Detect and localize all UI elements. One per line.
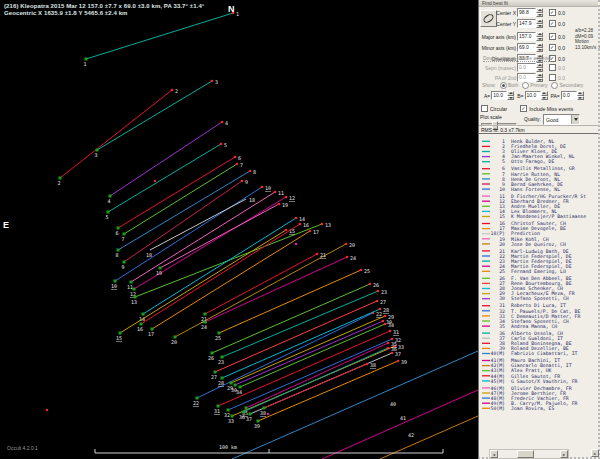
chord-end-marker — [285, 196, 288, 199]
chord-line-8 — [118, 171, 250, 250]
horizontal-scrollbar[interactable]: ◂ ▸ — [489, 449, 569, 459]
spin-down-icon[interactable] — [507, 96, 514, 101]
observer-number: 15 — [499, 214, 505, 219]
chord-end-marker — [366, 363, 369, 366]
scroll-left-icon[interactable]: ◂ — [490, 450, 498, 458]
chord-end-marker — [274, 191, 277, 194]
pa-label: PA= — [551, 93, 560, 99]
spin-down-icon[interactable] — [536, 37, 543, 42]
chord-start-label: 2 — [57, 180, 60, 186]
observer-number: 30 — [499, 296, 505, 301]
sepn-masec-checkbox[interactable] — [549, 64, 556, 71]
stray-marker-dot — [154, 180, 156, 182]
chevron-down-icon[interactable] — [571, 115, 579, 124]
observer-number: 25 — [499, 269, 505, 274]
major-axis-km-label: Major axis (km) — [480, 34, 516, 40]
center-y-lock-checkbox[interactable] — [549, 20, 556, 27]
a-input[interactable]: 10.0 — [491, 91, 507, 100]
observer-row[interactable]: Fernand Emering, LU — [511, 269, 566, 275]
include-miss-checkbox[interactable] — [520, 105, 527, 112]
offset-value: 0.0 — [558, 56, 565, 62]
chord-end-label: 13 — [325, 222, 331, 228]
show-radio-group: Show:BothPrimarySecondary — [482, 82, 583, 89]
major-axis-km-spinner[interactable] — [536, 32, 543, 41]
chord-end-marker — [211, 80, 214, 83]
center-y-label: Center Y — [480, 21, 516, 27]
pa-of-2nd-spinner[interactable] — [536, 73, 543, 82]
chord-end-label: 11 — [278, 190, 284, 196]
spin-down-icon[interactable] — [536, 48, 543, 53]
sepn-masec-spinner[interactable] — [536, 63, 543, 72]
radio-primary[interactable] — [522, 82, 529, 89]
fit-field-row-center-y: Center Y147.90.0 — [480, 19, 600, 28]
app-version-label: Occult 4.2.0.1 — [7, 445, 38, 451]
center-x-spinner[interactable] — [536, 8, 543, 17]
chord-start-label: 4 — [107, 198, 110, 204]
observer-number: 40(M) — [491, 351, 505, 356]
a-spinner[interactable] — [507, 91, 514, 100]
panel-corner-button[interactable]: ▸ — [591, 449, 599, 457]
b-spinner[interactable] — [541, 91, 548, 100]
chord-end-marker — [379, 308, 382, 311]
quality-dropdown[interactable]: Good — [543, 114, 580, 125]
b-input[interactable]: 10.0 — [525, 91, 541, 100]
spin-down-icon[interactable] — [541, 96, 548, 101]
motion-value: 13.10km/s ↗ — [575, 45, 600, 51]
chord-end-marker — [171, 89, 174, 92]
chord-end-marker — [261, 186, 264, 189]
observer-row[interactable]: K Mondeneijer/P Bastiaanse — [511, 214, 586, 219]
geocentric-coordinates: Geocentric X 1635.9 ±1.8 Y 5465.6 ±2.4 k… — [4, 10, 128, 16]
observer-row[interactable]: Joan Rovira, ES — [511, 406, 554, 411]
observer-row[interactable]: Hans Fortense, NL — [511, 187, 560, 192]
chord-line-1 — [86, 13, 233, 59]
center-y-input[interactable]: 147.9 — [517, 19, 536, 28]
chord-end-label: 39 — [401, 359, 407, 365]
offset-value: 0.0 — [558, 10, 565, 16]
radio-both[interactable] — [500, 82, 507, 89]
chord-end-label: 28 — [383, 307, 389, 313]
spin-down-icon[interactable] — [536, 68, 543, 73]
minor-axis-km-lock-checkbox[interactable] — [549, 44, 556, 51]
observer-row[interactable]: G Sautot/X Vauthrin, FR — [511, 379, 578, 384]
scroll-right-icon[interactable]: ▸ — [560, 450, 568, 458]
observer-row[interactable]: Fabrizio Ciabattari, IT — [511, 351, 578, 356]
minor-axis-km-spinner[interactable] — [536, 43, 543, 52]
scrollbar-track[interactable] — [498, 450, 560, 458]
pa-of-2nd-input[interactable]: 0.0 — [517, 73, 536, 82]
center-x-lock-checkbox[interactable] — [549, 9, 556, 16]
chord-end-marker — [221, 121, 224, 124]
chord-start-label: 18 — [146, 252, 152, 258]
chord-end-marker — [241, 180, 244, 183]
scrollbar-thumb[interactable] — [517, 450, 534, 458]
chord-start-label: 26 — [208, 355, 214, 361]
observer-row[interactable]: Otto Farago, DE — [511, 159, 554, 165]
pa-input[interactable]: 0.0 — [561, 91, 577, 100]
occultation-plot: 1122334455667788991010111112121313141415… — [0, 0, 478, 459]
chord-end-marker — [220, 143, 223, 146]
chord-line-2 — [60, 90, 172, 178]
center-y-spinner[interactable] — [536, 19, 543, 28]
chord-end-marker — [384, 323, 387, 326]
observer-number: 20 — [499, 242, 505, 247]
major-axis-km-lock-checkbox[interactable] — [549, 33, 556, 40]
pa-of-2nd-checkbox[interactable] — [549, 74, 556, 81]
observer-number: 35 — [499, 324, 505, 329]
chord-end-label: 34 — [388, 322, 394, 328]
stray-marker-dot — [295, 243, 297, 245]
spin-down-icon[interactable] — [536, 24, 543, 29]
pa-spinner[interactable] — [577, 91, 584, 100]
spin-down-icon[interactable] — [536, 13, 543, 18]
a-label: A= — [484, 93, 490, 99]
sepn-masec-input[interactable]: 0.0 — [517, 63, 536, 72]
observer-row[interactable]: Andrea Manna, CH — [511, 324, 557, 329]
spin-down-icon[interactable] — [577, 96, 584, 101]
radio-secondary[interactable] — [551, 82, 558, 89]
observer-row[interactable]: Stefano Sposetti, CH — [511, 296, 569, 301]
circular-checkbox[interactable] — [481, 105, 488, 112]
major-axis-km-input[interactable]: 157.0 — [517, 32, 536, 41]
chord-end-marker — [391, 338, 394, 341]
center-x-input[interactable]: 98.8 — [517, 8, 536, 17]
minor-axis-km-input[interactable]: 69.0 — [517, 43, 536, 52]
chord-end-label: 26 — [373, 282, 379, 288]
observer-row[interactable]: Jose De Queiroz, CH — [511, 242, 566, 247]
